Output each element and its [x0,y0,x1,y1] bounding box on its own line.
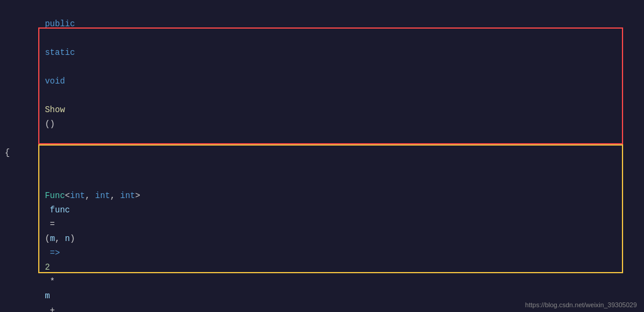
code-line: Func<int, int, int> func = (m, n) => 2 *… [0,160,644,312]
watermark: https://blog.csdn.net/weixin_39305029 [525,301,637,308]
code-container: public static void Show () { Func<int, i… [0,0,644,312]
code-line: { [0,146,644,160]
code-line: public static void Show () [0,2,644,146]
code-area: public static void Show () { Func<int, i… [0,0,644,312]
